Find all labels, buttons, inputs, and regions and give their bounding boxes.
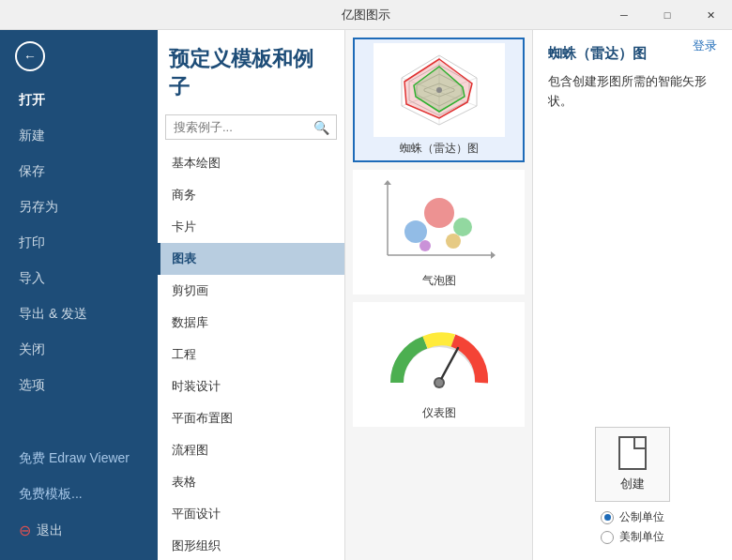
category-floorplan[interactable]: 平面布置图: [158, 402, 344, 434]
search-input[interactable]: [165, 114, 337, 140]
main-container: ← 打开 新建 保存 另存为 打印 导入 导出 & 发送 关闭 选项: [0, 30, 732, 560]
gauge-label: 仪表图: [422, 405, 456, 421]
unit-radio-group: 公制单位 美制单位: [601, 509, 664, 545]
svg-point-18: [419, 240, 431, 251]
close-button[interactable]: ✕: [689, 0, 732, 30]
categories-list: 基本绘图 商务 卡片 图表 剪切画 数据库 工程 时装设计: [158, 147, 344, 560]
sidebar-item-viewer[interactable]: 免费 Edraw Viewer: [0, 441, 158, 477]
svg-point-21: [435, 379, 443, 386]
sidebar-item-options[interactable]: 选项: [0, 368, 158, 403]
sidebar-spacer: [0, 403, 158, 441]
svg-line-20: [439, 348, 458, 383]
sidebar-bottom: 免费 Edraw Viewer 免费模板... ⊖ 退出: [0, 441, 158, 560]
category-infographic[interactable]: 图形组织: [158, 530, 344, 560]
minimize-button[interactable]: ─: [602, 0, 646, 30]
sidebar-item-open[interactable]: 打开: [0, 83, 158, 118]
sidebar-item-saveas[interactable]: 另存为: [0, 189, 158, 225]
search-icon: 🔍: [313, 120, 329, 135]
create-label: 创建: [620, 476, 645, 492]
panel-title: 预定义模板和例子: [158, 30, 344, 111]
categories-panel: 预定义模板和例子 🔍 基本绘图 商务 卡片 图表 剪切画 数据库: [158, 30, 345, 560]
category-flowchart[interactable]: 流程图: [158, 434, 344, 466]
window-controls: ─ □ ✕: [602, 0, 732, 30]
bubble-label: 气泡图: [422, 273, 456, 289]
sidebar-item-export[interactable]: 导出 & 发送: [0, 296, 158, 332]
sidebar-item-template[interactable]: 免费模板...: [0, 477, 158, 512]
radar-thumb: [374, 43, 505, 137]
sidebar: ← 打开 新建 保存 另存为 打印 导入 导出 & 发送 关闭 选项: [0, 30, 158, 560]
create-button[interactable]: 创建: [595, 427, 670, 502]
sidebar-item-import[interactable]: 导入: [0, 261, 158, 296]
template-radar[interactable]: 蜘蛛（雷达）图: [353, 38, 525, 162]
category-table[interactable]: 表格: [158, 466, 344, 498]
category-business[interactable]: 商务: [158, 179, 344, 211]
app-title: 亿图图示: [342, 7, 390, 23]
search-bar: 🔍: [158, 111, 344, 147]
template-gauge[interactable]: 仪表图: [353, 302, 525, 427]
svg-point-17: [446, 234, 461, 249]
radar-chart-svg: [378, 48, 500, 132]
radar-label: 蜘蛛（雷达）图: [400, 141, 479, 157]
sidebar-back: ←: [0, 30, 158, 83]
info-spacer: [548, 130, 717, 427]
svg-point-16: [453, 218, 472, 236]
info-title: 蜘蛛（雷达）图: [548, 45, 717, 63]
category-card[interactable]: 卡片: [158, 211, 344, 243]
create-area: 创建 公制单位 美制单位: [548, 427, 717, 545]
svg-point-15: [424, 198, 454, 228]
category-chart[interactable]: 图表: [158, 243, 344, 275]
metric-radio-circle: [601, 511, 614, 524]
back-icon: ←: [23, 49, 37, 64]
maximize-button[interactable]: □: [646, 0, 689, 30]
login-link[interactable]: 登录: [693, 38, 717, 54]
imperial-unit-option[interactable]: 美制单位: [601, 529, 664, 545]
category-fashion[interactable]: 时装设计: [158, 371, 344, 402]
svg-marker-13: [384, 180, 391, 185]
back-button[interactable]: ←: [15, 41, 45, 71]
category-clipart[interactable]: 剪切画: [158, 275, 344, 307]
metric-unit-option[interactable]: 公制单位: [601, 509, 664, 525]
category-flatdesign[interactable]: 平面设计: [158, 498, 344, 530]
gauge-chart-svg: [378, 312, 500, 397]
category-basic[interactable]: 基本绘图: [158, 147, 344, 179]
templates-scroll[interactable]: 蜘蛛（雷达）图: [345, 30, 532, 560]
svg-marker-12: [491, 251, 496, 259]
titlebar: 亿图图示 ─ □ ✕: [0, 0, 732, 30]
info-panel: 登录 蜘蛛（雷达）图 包含创建形图所需的智能矢形状。 创建 公制单位 美制单位: [533, 30, 732, 560]
exit-icon: ⊖: [19, 522, 31, 539]
templates-panel: 蜘蛛（雷达）图: [345, 30, 533, 560]
sidebar-item-save[interactable]: 保存: [0, 154, 158, 189]
category-engineering[interactable]: 工程: [158, 339, 344, 371]
template-bubble[interactable]: 气泡图: [353, 170, 525, 295]
imperial-radio-circle: [601, 531, 614, 544]
sidebar-item-exit[interactable]: ⊖ 退出: [0, 512, 158, 549]
sidebar-item-new[interactable]: 新建: [0, 118, 158, 154]
bubble-thumb: [374, 175, 505, 269]
sidebar-item-print[interactable]: 打印: [0, 225, 158, 261]
bubble-chart-svg: [378, 180, 500, 265]
info-description: 包含创建形图所需的智能矢形状。: [548, 72, 717, 112]
svg-point-14: [404, 220, 427, 243]
gauge-thumb: [374, 308, 505, 401]
sidebar-item-close[interactable]: 关闭: [0, 332, 158, 368]
document-icon: [618, 436, 647, 470]
category-database[interactable]: 数据库: [158, 307, 344, 339]
svg-point-9: [436, 87, 442, 93]
